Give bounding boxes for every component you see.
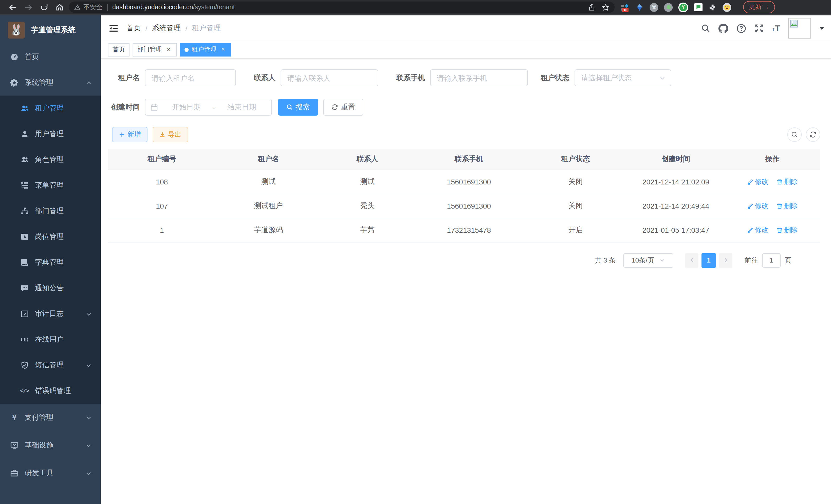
browser-back-icon[interactable] — [8, 3, 17, 11]
sidebar-item-home[interactable]: 首页 — [0, 44, 101, 70]
header-search-icon[interactable] — [701, 24, 710, 33]
sidebar-item-notice[interactable]: 通知公告 — [0, 275, 101, 301]
search-button[interactable]: 搜索 — [278, 99, 318, 116]
col-created: 创建时间 — [627, 149, 725, 170]
breadcrumb-separator: / — [185, 24, 188, 32]
phone-input[interactable] — [430, 69, 528, 86]
sidebar-item-devtools[interactable]: 研发工具 — [0, 459, 101, 487]
add-button[interactable]: 新增 — [112, 127, 147, 142]
table-header: 租户编号 租户名 联系人 联系手机 租户状态 创建时间 操作 — [108, 149, 820, 170]
download-icon — [159, 131, 166, 138]
browser-home-icon[interactable] — [56, 3, 64, 11]
tag-dept[interactable]: 部门管理 × — [133, 43, 177, 56]
extension-puzzle-icon[interactable] — [708, 3, 717, 11]
sidebar-item-tenant[interactable]: 租户管理 — [0, 95, 101, 121]
help-icon[interactable] — [736, 23, 746, 33]
not-secure-label[interactable]: 不安全 — [83, 3, 103, 11]
sidebar-item-menu[interactable]: 菜单管理 — [0, 173, 101, 198]
current-page[interactable]: 1 — [701, 253, 716, 267]
delete-button[interactable]: 删除 — [776, 201, 798, 210]
fullscreen-icon[interactable] — [754, 24, 764, 33]
org-chart-icon — [21, 207, 29, 215]
breadcrumb-current: 租户管理 — [192, 24, 221, 33]
bookmark-star-icon[interactable] — [602, 3, 609, 11]
export-button[interactable]: 导出 — [153, 127, 188, 142]
share-icon[interactable] — [588, 3, 596, 11]
sidebar-item-auditlog[interactable]: 审计日志 — [0, 301, 101, 327]
avatar[interactable] — [789, 18, 811, 38]
sidebar-toggle-icon[interactable] — [109, 24, 118, 33]
broken-image-icon — [790, 20, 798, 28]
extension-cmd-icon[interactable]: ⌘ — [650, 3, 658, 11]
table-tools — [787, 127, 820, 142]
sidebar-item-errorcode[interactable]: </> 错误码管理 — [0, 378, 101, 404]
sidebar-item-role[interactable]: 角色管理 — [0, 147, 101, 173]
breadcrumb-system[interactable]: 系统管理 — [152, 24, 181, 33]
page-unit-label: 页 — [785, 256, 792, 265]
contact-input[interactable] — [281, 69, 378, 86]
tenant-name-input[interactable] — [145, 69, 236, 86]
delete-button[interactable]: 删除 — [776, 177, 798, 186]
tag-home[interactable]: 首页 — [108, 43, 130, 56]
url-bar[interactable]: 不安全 dashboard.yudao.iocoder.cn/system/te… — [69, 2, 614, 13]
page-size-select[interactable]: 10条/页 — [623, 253, 673, 267]
extension-emoji-icon[interactable] — [722, 3, 731, 11]
edit-button[interactable]: 修改 — [747, 225, 768, 235]
toggle-search-button[interactable] — [787, 127, 802, 142]
not-secure-icon — [74, 4, 81, 10]
breadcrumb: 首页 / 系统管理 / 租户管理 — [126, 24, 221, 33]
yen-icon: ¥ — [10, 414, 19, 422]
sidebar-item-user[interactable]: 用户管理 — [0, 121, 101, 147]
audit-log-icon — [21, 310, 29, 318]
sidebar-item-infra[interactable]: 基础设施 — [0, 432, 101, 459]
extension-chat-icon[interactable] — [694, 3, 703, 11]
pencil-icon — [747, 179, 753, 185]
browser-reload-icon[interactable] — [40, 3, 48, 11]
goto-page-input[interactable] — [762, 253, 781, 267]
browser-forward-icon[interactable] — [24, 3, 33, 11]
end-date-placeholder: 结束日期 — [218, 102, 266, 112]
table-row: 1 芋道源码 芋艿 17321315478 开启 2021-01-05 17:0… — [108, 218, 820, 242]
github-icon[interactable] — [718, 23, 728, 33]
extension-y-icon[interactable]: Y — [678, 2, 688, 12]
col-tenant-name: 租户名 — [216, 149, 321, 170]
sidebar-item-sms[interactable]: 短信管理 — [0, 352, 101, 378]
browser-menu-icon[interactable]: ⋮ — [765, 4, 770, 10]
trash-icon — [776, 179, 783, 185]
refresh-table-button[interactable] — [806, 127, 820, 142]
tag-tenant[interactable]: 租户管理 × — [180, 43, 231, 56]
sidebar-item-online[interactable]: 在线用户 — [0, 327, 101, 352]
reset-button[interactable]: 重置 — [323, 99, 363, 116]
avatar-caret-icon[interactable] — [819, 26, 824, 30]
daterange-separator: - — [211, 103, 217, 111]
extension-dot-icon[interactable] — [664, 3, 673, 11]
edit-button[interactable]: 修改 — [747, 201, 768, 210]
sidebar-logo[interactable]: 🐰 芋道管理系统 — [0, 16, 101, 44]
sidebar-item-post[interactable]: 岗位管理 — [0, 224, 101, 250]
extension-badge-icon[interactable]: 10 — [621, 3, 630, 11]
menu-tree-icon — [21, 181, 29, 189]
created-daterange-picker[interactable]: 开始日期 - 结束日期 — [145, 99, 272, 116]
refresh-icon — [332, 104, 338, 111]
font-size-icon[interactable]: TT — [772, 24, 780, 33]
sidebar-item-dict[interactable]: 字典管理 — [0, 250, 101, 275]
status-select[interactable]: 请选择租户状态 — [575, 69, 671, 86]
plus-icon — [119, 131, 125, 138]
select-caret-icon — [659, 258, 665, 263]
trash-icon — [776, 203, 783, 209]
sidebar-item-dept[interactable]: 部门管理 — [0, 198, 101, 224]
update-button[interactable]: 更新 ⋮ — [743, 1, 775, 13]
next-page-button[interactable] — [719, 253, 732, 267]
app-title: 芋道管理系统 — [31, 25, 76, 35]
delete-button[interactable]: 删除 — [776, 225, 798, 235]
extension-kite-icon[interactable] — [635, 3, 644, 11]
breadcrumb-home[interactable]: 首页 — [126, 24, 141, 33]
prev-page-button[interactable] — [685, 253, 698, 267]
toolbar-row: 新增 导出 — [108, 127, 820, 142]
edit-button[interactable]: 修改 — [747, 177, 768, 186]
sidebar-item-pay[interactable]: ¥ 支付管理 — [0, 404, 101, 432]
tag-close-icon[interactable]: × — [165, 46, 172, 53]
filter-row-1: 租户名 联系人 联系手机 租户状态 请选择租户状态 — [108, 69, 820, 86]
tag-close-icon[interactable]: × — [220, 46, 227, 53]
sidebar-item-system[interactable]: 系统管理 — [0, 70, 101, 95]
